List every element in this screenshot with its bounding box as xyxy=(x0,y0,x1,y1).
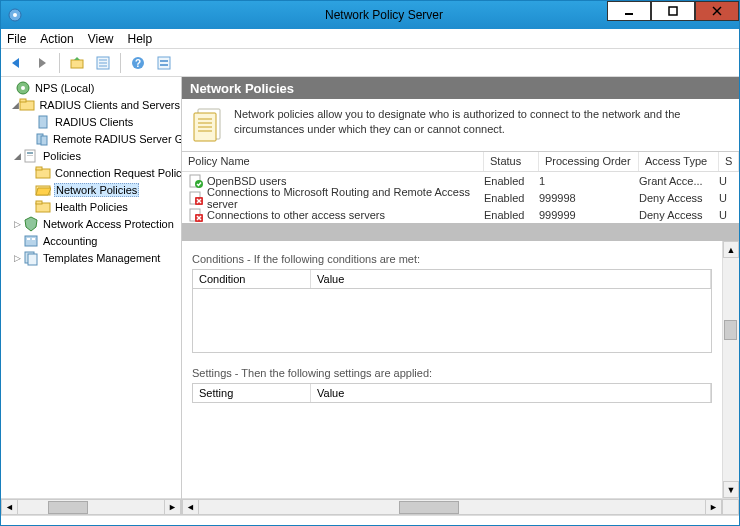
svg-rect-27 xyxy=(36,167,42,170)
statusbar xyxy=(1,515,739,525)
col-access-type[interactable]: Access Type xyxy=(639,152,719,171)
scroll-left-button[interactable]: ◄ xyxy=(1,499,18,515)
policy-row[interactable]: Connections to other access serversEnabl… xyxy=(182,206,739,223)
help-button[interactable]: ? xyxy=(127,52,149,74)
scroll-right-button[interactable]: ► xyxy=(164,499,181,515)
settings-title: Settings - Then the following settings a… xyxy=(192,363,712,383)
titlebar: Network Policy Server xyxy=(1,1,739,29)
refresh-button[interactable] xyxy=(153,52,175,74)
detail-hscrollbar[interactable]: ◄ ► xyxy=(182,498,739,515)
panel-header: Network Policies xyxy=(182,77,739,99)
svg-point-1 xyxy=(13,13,17,17)
svg-rect-25 xyxy=(27,155,33,156)
scroll-thumb[interactable] xyxy=(724,320,737,340)
tree-conn-req-policies[interactable]: Connection Request Policies xyxy=(1,164,181,181)
folder-icon xyxy=(35,165,51,181)
allow-icon xyxy=(188,173,204,189)
collapse-icon[interactable]: ◢ xyxy=(11,100,19,110)
forward-button[interactable] xyxy=(31,52,53,74)
deny-icon xyxy=(188,207,204,223)
info-box: Network policies allow you to designate … xyxy=(182,99,739,152)
col-value[interactable]: Value xyxy=(311,384,711,402)
menu-help[interactable]: Help xyxy=(128,32,153,46)
templates-icon xyxy=(23,250,39,266)
svg-rect-24 xyxy=(27,152,33,154)
policy-list: OpenBSD usersEnabled1Grant Acce...UConne… xyxy=(182,172,739,223)
svg-rect-13 xyxy=(158,57,170,69)
menubar: File Action View Help xyxy=(1,29,739,49)
tree-hscrollbar[interactable]: ◄ ► xyxy=(1,498,181,515)
scroll-right-button[interactable]: ► xyxy=(705,499,722,515)
folder-icon xyxy=(19,97,35,113)
server-group-icon xyxy=(35,131,49,147)
tree-root-nps[interactable]: NPS (Local) xyxy=(1,79,181,96)
policy-status: Enabled xyxy=(484,175,539,187)
tree-accounting[interactable]: Accounting xyxy=(1,232,181,249)
policies-icon xyxy=(23,148,39,164)
settings-header: Setting Value xyxy=(192,383,712,403)
col-processing-order[interactable]: Processing Order xyxy=(539,152,639,171)
scroll-left-button[interactable]: ◄ xyxy=(182,499,199,515)
menu-action[interactable]: Action xyxy=(40,32,73,46)
toolbar-separator xyxy=(120,53,121,73)
properties-button[interactable] xyxy=(92,52,114,74)
policy-source: U xyxy=(719,175,739,187)
scroll-up-button[interactable]: ▲ xyxy=(723,241,739,258)
nps-icon xyxy=(15,80,31,96)
scroll-thumb[interactable] xyxy=(48,501,88,514)
scroll-down-button[interactable]: ▼ xyxy=(723,481,739,498)
tree-policies-group[interactable]: ◢ Policies xyxy=(1,147,181,164)
tree-network-policies[interactable]: Network Policies xyxy=(1,181,181,198)
policy-order: 999999 xyxy=(539,209,639,221)
scroll-thumb[interactable] xyxy=(399,501,459,514)
main-panel: Network Policies Network policies allow … xyxy=(182,77,739,515)
shield-icon xyxy=(23,216,39,232)
col-condition[interactable]: Condition xyxy=(193,270,311,288)
info-text: Network policies allow you to designate … xyxy=(234,107,729,143)
menu-view[interactable]: View xyxy=(88,32,114,46)
back-button[interactable] xyxy=(5,52,27,74)
svg-rect-19 xyxy=(20,99,26,102)
policy-order: 1 xyxy=(539,175,639,187)
detail-vscrollbar[interactable]: ▲ ▼ xyxy=(722,241,739,498)
col-policy-name[interactable]: Policy Name xyxy=(182,152,484,171)
svg-rect-22 xyxy=(41,136,47,145)
col-source[interactable]: S xyxy=(719,152,739,171)
tree-radius-group[interactable]: ◢ RADIUS Clients and Servers xyxy=(1,96,181,113)
col-status[interactable]: Status xyxy=(484,152,539,171)
expand-icon[interactable]: ▷ xyxy=(11,253,23,263)
menu-file[interactable]: File xyxy=(7,32,26,46)
svg-rect-33 xyxy=(32,238,35,240)
policy-status: Enabled xyxy=(484,209,539,221)
svg-rect-30 xyxy=(36,201,42,204)
col-value[interactable]: Value xyxy=(311,270,711,288)
close-button[interactable] xyxy=(695,1,739,21)
splitter-bar[interactable] xyxy=(182,223,739,241)
col-setting[interactable]: Setting xyxy=(193,384,311,402)
policy-access: Deny Access xyxy=(639,209,719,221)
tree-health-policies[interactable]: Health Policies xyxy=(1,198,181,215)
policy-status: Enabled xyxy=(484,192,539,204)
folder-open-icon xyxy=(35,182,51,198)
app-window: Network Policy Server File Action View H… xyxy=(0,0,740,526)
expand-icon[interactable]: ▷ xyxy=(11,219,23,229)
deny-icon xyxy=(188,190,204,206)
tree-radius-clients[interactable]: RADIUS Clients xyxy=(1,113,181,130)
collapse-icon[interactable]: ◢ xyxy=(11,151,23,161)
toolbar-separator xyxy=(59,53,60,73)
policy-row[interactable]: Connections to Microsoft Routing and Rem… xyxy=(182,189,739,206)
policy-order: 999998 xyxy=(539,192,639,204)
maximize-button[interactable] xyxy=(651,1,695,21)
tree-remote-radius[interactable]: Remote RADIUS Server Groups xyxy=(1,130,181,147)
svg-text:?: ? xyxy=(135,58,141,69)
svg-rect-15 xyxy=(160,64,168,66)
minimize-button[interactable] xyxy=(607,1,651,21)
tree-nap[interactable]: ▷ Network Access Protection xyxy=(1,215,181,232)
svg-rect-35 xyxy=(28,254,37,265)
up-button[interactable] xyxy=(66,52,88,74)
svg-rect-20 xyxy=(39,116,47,128)
policy-source: U xyxy=(719,192,739,204)
policy-source: U xyxy=(719,209,739,221)
tree-templates[interactable]: ▷ Templates Management xyxy=(1,249,181,266)
nav-tree: NPS (Local) ◢ RADIUS Clients and Servers… xyxy=(1,77,182,515)
